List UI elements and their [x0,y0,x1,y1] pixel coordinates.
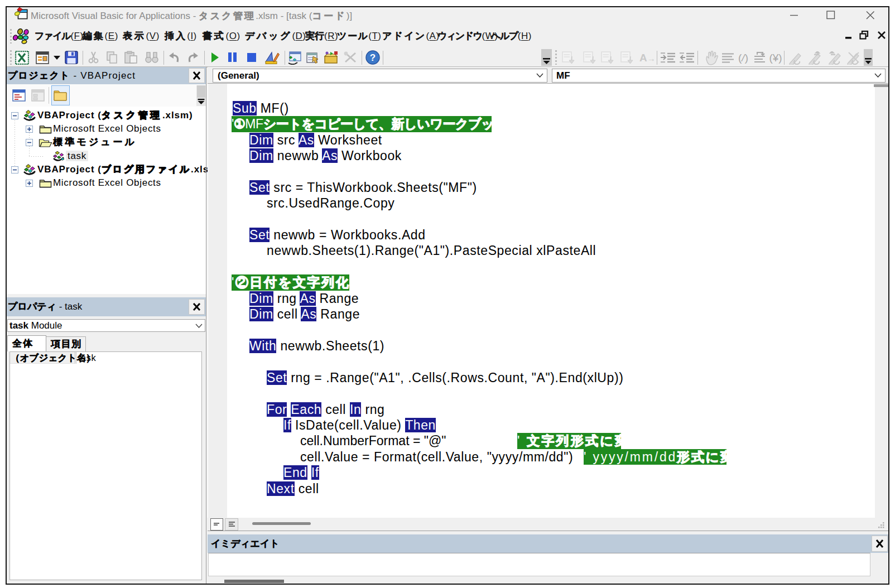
svg-text:?: ? [370,52,376,63]
